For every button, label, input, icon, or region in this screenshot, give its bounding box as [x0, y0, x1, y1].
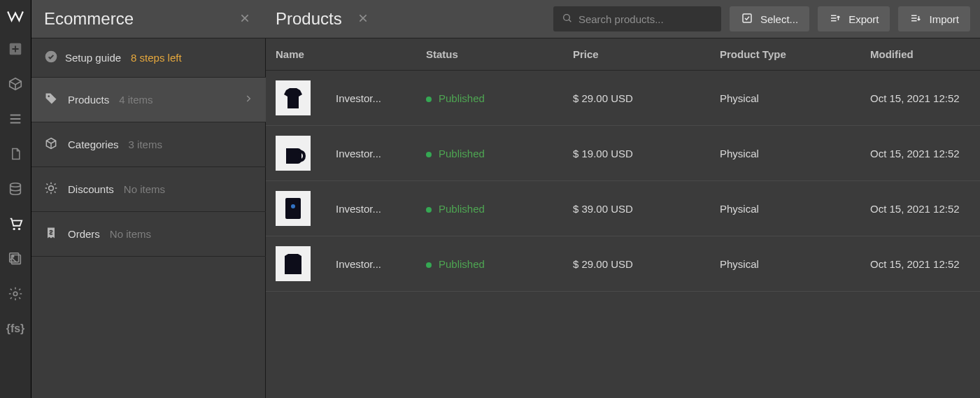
svg-point-17 [291, 204, 295, 208]
chevron-right-icon [243, 94, 253, 106]
product-type: Physical [720, 203, 870, 215]
product-name: Investor... [336, 92, 381, 104]
product-status: Published [439, 258, 485, 270]
th-name[interactable]: Name [276, 48, 426, 60]
svg-point-10 [49, 186, 54, 191]
svg-point-2 [13, 228, 15, 230]
status-dot-icon [426, 152, 432, 157]
sidebar-item-count: 3 items [129, 138, 162, 150]
sidebar-item-label: Discounts [68, 183, 114, 195]
product-name: Investor... [336, 203, 381, 215]
main-header: Products Select... Export [266, 0, 980, 38]
product-modified: Oct 15, 2021 12:52 [870, 148, 970, 159]
svg-point-3 [18, 228, 20, 230]
discount-icon [44, 181, 58, 197]
table-row[interactable]: Investor... Published $ 29.00 USD Physic… [266, 236, 980, 292]
close-icon[interactable] [236, 10, 253, 29]
select-button[interactable]: Select... [730, 6, 809, 31]
search-box[interactable] [553, 6, 721, 31]
table-row[interactable]: Investor... Published $ 39.00 USD Physic… [266, 181, 980, 236]
main-panel: Products Select... Export [266, 0, 980, 398]
search-input[interactable] [578, 13, 713, 25]
product-thumb [276, 246, 311, 281]
close-icon[interactable] [355, 10, 371, 29]
product-price: $ 29.00 USD [573, 258, 720, 270]
product-name: Investor... [336, 258, 381, 270]
svg-point-11 [564, 14, 570, 20]
rail-pages[interactable] [0, 136, 31, 171]
sidebar-item-label: Categories [68, 138, 119, 150]
th-status[interactable]: Status [426, 48, 573, 60]
product-thumb [276, 136, 311, 171]
status-dot-icon [426, 262, 432, 268]
import-label: Import [929, 13, 959, 25]
status-dot-icon [426, 97, 432, 102]
th-price[interactable]: Price [573, 48, 720, 60]
export-button[interactable]: Export [818, 6, 890, 31]
sidebar-item-count: No items [110, 228, 151, 240]
tag-icon [44, 92, 58, 108]
sidebar-item-count: No items [124, 183, 165, 195]
setup-guide[interactable]: Setup guide 8 steps left [31, 38, 266, 78]
cube-icon [44, 136, 58, 152]
sidebar-item-label: Products [68, 94, 109, 106]
table-header: Name Status Price Product Type Modified [266, 38, 980, 71]
th-type[interactable]: Product Type [720, 48, 870, 60]
product-name: Investor... [336, 148, 381, 159]
svg-point-9 [48, 95, 50, 97]
setup-steps-left: 8 steps left [131, 52, 182, 64]
select-label: Select... [760, 13, 798, 25]
sidebar-item-count: 4 items [119, 94, 152, 106]
sidebar-item-label: Orders [68, 228, 100, 240]
product-status: Published [439, 92, 485, 104]
product-status: Published [439, 148, 485, 159]
rail-navigator[interactable] [0, 101, 31, 136]
status-dot-icon [426, 207, 432, 213]
product-modified: Oct 15, 2021 12:52 [870, 203, 970, 215]
product-price: $ 39.00 USD [573, 203, 720, 215]
rail-cms[interactable] [0, 171, 31, 206]
product-modified: Oct 15, 2021 12:52 [870, 258, 970, 270]
rail-settings[interactable] [0, 276, 31, 311]
export-icon [829, 12, 841, 27]
select-icon [741, 12, 753, 27]
check-circle-icon [44, 50, 58, 66]
ecommerce-sidebar: Ecommerce Setup guide 8 steps left Produ… [31, 0, 266, 398]
svg-rect-12 [743, 14, 751, 22]
svg-point-1 [10, 183, 21, 187]
sidebar-item-products[interactable]: Products 4 items [31, 78, 266, 122]
product-type: Physical [720, 258, 870, 270]
app-rail: {fs} [0, 0, 31, 398]
sidebar-item-categories[interactable]: Categories 3 items [31, 122, 266, 167]
table-row[interactable]: Investor... Published $ 29.00 USD Physic… [266, 71, 980, 126]
sidebar-header: Ecommerce [31, 0, 266, 38]
product-price: $ 19.00 USD [573, 148, 720, 159]
product-type: Physical [720, 92, 870, 104]
th-modified[interactable]: Modified [870, 48, 970, 60]
product-status: Published [439, 203, 485, 215]
search-icon [562, 13, 573, 26]
import-icon [909, 12, 922, 27]
page-title: Products [276, 9, 342, 29]
webflow-logo [0, 0, 31, 31]
export-label: Export [848, 13, 879, 25]
rail-add[interactable] [0, 31, 31, 66]
rail-finsweet[interactable]: {fs} [0, 311, 31, 346]
import-button[interactable]: Import [898, 6, 970, 31]
sidebar-item-discounts[interactable]: Discounts No items [31, 167, 266, 212]
receipt-icon [44, 226, 58, 242]
rail-assets[interactable] [0, 241, 31, 276]
sidebar-item-orders[interactable]: Orders No items [31, 212, 266, 257]
table-row[interactable]: Investor... Published $ 19.00 USD Physic… [266, 126, 980, 181]
svg-point-6 [12, 255, 14, 257]
rail-components[interactable] [0, 66, 31, 101]
product-thumb [276, 191, 311, 226]
rail-ecommerce[interactable] [0, 206, 31, 241]
sidebar-title: Ecommerce [44, 9, 236, 29]
svg-rect-19 [289, 260, 297, 274]
product-modified: Oct 15, 2021 12:52 [870, 92, 970, 104]
svg-point-7 [13, 292, 17, 296]
product-thumb [276, 80, 311, 115]
product-price: $ 29.00 USD [573, 92, 720, 104]
setup-guide-label: Setup guide [65, 52, 121, 64]
